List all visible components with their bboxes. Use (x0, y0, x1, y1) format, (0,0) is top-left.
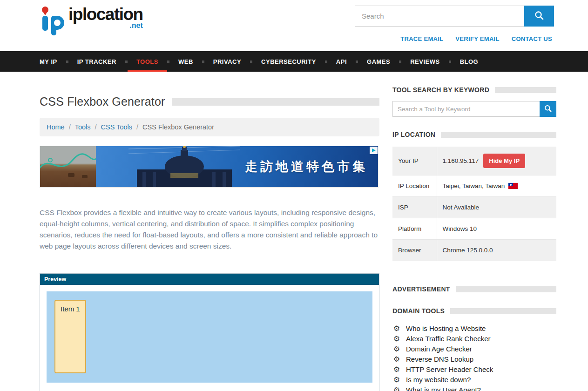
logo-wordmark: iplocation (68, 5, 143, 24)
header-link-verify-email[interactable]: VERIFY EMAIL (455, 35, 499, 42)
nav-item-tools[interactable]: TOOLS (128, 51, 167, 72)
domain-tools-list: ⚙Who is Hosting a Website⚙Alexa Traffic … (392, 324, 556, 391)
ip-table-row-your-ip: Your IP1.160.95.117Hide My IP (392, 147, 556, 175)
ip-value-text: 1.160.95.117 (443, 157, 479, 164)
heading-decoration-bar (456, 286, 556, 292)
gear-icon: ⚙ (392, 324, 401, 333)
ip-row-value: 1.160.95.117Hide My IP (437, 147, 556, 175)
domain-tool-label: Alexa Traffic Rank Checker (406, 335, 490, 343)
domain-tool-reverse-dns-lookup[interactable]: ⚙Reverse DNS Lookup (392, 354, 556, 364)
main-nav: MY IPIP TRACKERTOOLSWEBPRIVACYCYBERSECUR… (0, 51, 588, 72)
ip-row-label: ISP (392, 197, 437, 218)
tool-search-heading-row: TOOL SEARCH BY KEYWORD (392, 86, 556, 94)
domain-tools-heading-row: DOMAIN TOOLS (392, 307, 556, 315)
breadcrumb-home[interactable]: Home (47, 123, 65, 131)
tool-search-button[interactable] (540, 101, 556, 117)
ip-value-text: Not Available (443, 204, 480, 211)
search-icon (544, 105, 552, 114)
domain-tool-what-is-my-user-agent[interactable]: ⚙What is my User Agent? (392, 385, 556, 391)
title-row: CSS Flexbox Generator (40, 95, 379, 108)
ip-row-value: Taipei, Taiwan, Taiwan (437, 175, 556, 197)
site-search-input[interactable] (355, 6, 524, 27)
nav-item-reviews[interactable]: REVIEWS (401, 51, 448, 72)
ip-row-label: Platform (392, 218, 437, 240)
tool-search-input[interactable] (392, 101, 540, 117)
ad-choices-icon[interactable] (370, 147, 378, 154)
breadcrumb: Home/Tools/CSS Tools/CSS Flexbox Generat… (40, 118, 379, 136)
breadcrumb-css-tools[interactable]: CSS Tools (101, 123, 132, 131)
nav-item-privacy[interactable]: PRIVACY (204, 51, 250, 72)
ip-location-heading-row: IP LOCATION (392, 131, 556, 138)
ad-creative: 走訪地道特色市集 (96, 146, 378, 187)
ip-location-heading: IP LOCATION (392, 131, 435, 138)
nav-item-web[interactable]: WEB (169, 51, 202, 72)
ip-table-row-isp: ISPNot Available (392, 197, 556, 218)
page-root: iplocation .net TRACE EMAILVERIFY EMAILC… (0, 0, 588, 391)
nav-item-api[interactable]: API (327, 51, 356, 72)
nav-item-my-ip[interactable]: MY IP (40, 51, 66, 72)
tool-description: CSS Flexbox provides a flexible and intu… (40, 207, 379, 252)
ad-headline: 走訪地道特色市集 (245, 158, 368, 175)
ip-row-label: IP Location (392, 175, 437, 197)
site-logo[interactable]: iplocation .net (40, 6, 143, 37)
search-icon (534, 11, 544, 21)
gear-icon: ⚙ (392, 335, 401, 343)
ip-row-value: Chrome 125.0.0.0 (437, 240, 556, 261)
logo-text: iplocation .net (68, 6, 143, 29)
site-search (355, 6, 554, 27)
breadcrumb-tools[interactable]: Tools (75, 123, 91, 131)
domain-tool-is-my-website-down[interactable]: ⚙Is my website down? (392, 375, 556, 385)
nav-item-games[interactable]: GAMES (358, 51, 399, 72)
ad-building-illustration (128, 146, 240, 187)
ip-location-table: Your IP1.160.95.117Hide My IPIP Location… (392, 147, 556, 261)
breadcrumb-css-flexbox-generator: CSS Flexbox Generator (142, 123, 214, 131)
ip-row-label: Your IP (392, 147, 437, 175)
sidebar: TOOL SEARCH BY KEYWORD IP LOCATION Your … (392, 72, 556, 391)
site-search-button[interactable] (524, 6, 554, 27)
taiwan-flag-icon (508, 183, 518, 189)
domain-tool-who-is-hosting-a-website[interactable]: ⚙Who is Hosting a Website (392, 324, 556, 334)
site-header: iplocation .net TRACE EMAILVERIFY EMAILC… (0, 0, 588, 51)
breadcrumb-separator: / (69, 123, 71, 131)
ip-row-value: Windows 10 (437, 218, 556, 240)
ip-value-text: Taipei, Taiwan, Taiwan (443, 182, 505, 189)
nav-list: MY IPIP TRACKERTOOLSWEBPRIVACYCYBERSECUR… (40, 51, 487, 72)
main-column: CSS Flexbox Generator Home/Tools/CSS Too… (40, 72, 379, 391)
preview-header: Preview (40, 274, 379, 285)
header-links: TRACE EMAILVERIFY EMAILCONTACT US (400, 35, 552, 42)
title-decoration-bar (172, 98, 379, 106)
heading-decoration-bar (450, 308, 556, 314)
gear-icon: ⚙ (392, 386, 401, 391)
heading-decoration-bar (495, 87, 556, 93)
heading-decoration-bar (441, 132, 556, 138)
tool-search-heading: TOOL SEARCH BY KEYWORD (392, 86, 489, 94)
header-link-contact-us[interactable]: CONTACT US (512, 35, 552, 42)
gear-icon: ⚙ (392, 355, 401, 364)
hide-my-ip-button[interactable]: Hide My IP (483, 154, 525, 168)
tool-search (392, 101, 556, 117)
ip-row-label: Browser (392, 240, 437, 261)
ip-table-row-browser: BrowserChrome 125.0.0.0 (392, 240, 556, 261)
domain-tool-domain-age-checker[interactable]: ⚙Domain Age Checker (392, 344, 556, 354)
ip-table-row-platform: PlatformWindows 10 (392, 218, 556, 240)
nav-item-blog[interactable]: BLOG (451, 51, 487, 72)
flex-preview-container: Item 1 (47, 291, 372, 383)
page-title: CSS Flexbox Generator (40, 95, 165, 108)
advertisement-heading-row: ADVERTISEMENT (392, 285, 556, 293)
domain-tool-label: Reverse DNS Lookup (406, 355, 473, 364)
domain-tool-http-server-header-check[interactable]: ⚙HTTP Server Header Check (392, 364, 556, 375)
header-link-trace-email[interactable]: TRACE EMAIL (400, 35, 443, 42)
ad-banner[interactable]: 走訪地道特色市集 (40, 146, 378, 188)
preview-panel: Preview Item 1 (40, 273, 379, 391)
domain-tool-alexa-traffic-rank-checker[interactable]: ⚙Alexa Traffic Rank Checker (392, 334, 556, 344)
preview-body: Item 1 (40, 285, 379, 391)
ip-row-value: Not Available (437, 197, 556, 218)
ip-value-text: Chrome 125.0.0.0 (443, 247, 493, 254)
domain-tool-label: HTTP Server Header Check (406, 365, 493, 374)
nav-item-cybersecurity[interactable]: CYBERSECURITY (252, 51, 325, 72)
domain-tool-label: Is my website down? (406, 376, 471, 384)
flex-preview-item[interactable]: Item 1 (54, 300, 86, 373)
domain-tool-label: What is my User Agent? (406, 386, 481, 391)
nav-item-ip-tracker[interactable]: IP TRACKER (68, 51, 125, 72)
domain-tool-label: Domain Age Checker (406, 345, 472, 353)
